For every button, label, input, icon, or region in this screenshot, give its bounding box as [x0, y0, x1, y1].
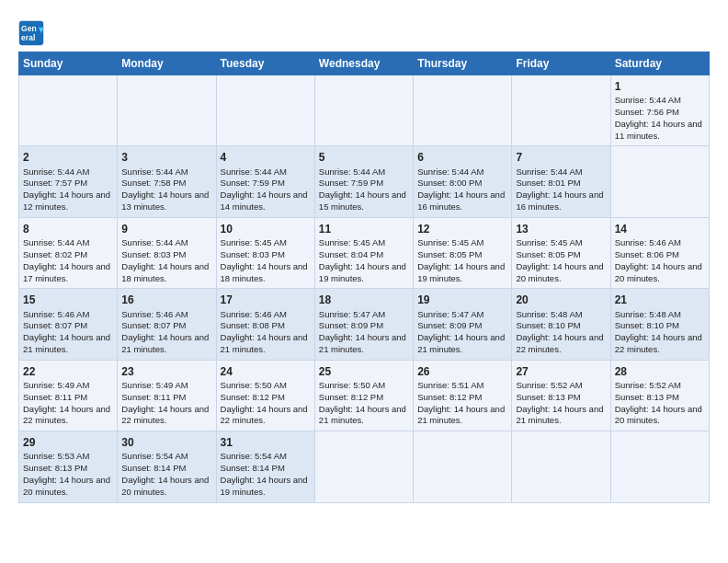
sunrise: Sunrise: 5:53 AM [23, 451, 89, 461]
calendar-cell: 25Sunrise: 5:50 AMSunset: 8:12 PMDayligh… [314, 360, 413, 431]
day-header-monday: Monday [118, 52, 216, 75]
sunrise: Sunrise: 5:44 AM [23, 237, 89, 247]
logo-icon: Gen eral [18, 20, 44, 46]
sunset: Sunset: 8:02 PM [23, 249, 87, 259]
calendar-week: 2Sunrise: 5:44 AMSunset: 7:57 PMDaylight… [19, 146, 710, 217]
calendar-cell: 2Sunrise: 5:44 AMSunset: 7:57 PMDaylight… [19, 146, 118, 217]
calendar-cell: 22Sunrise: 5:49 AMSunset: 8:11 PMDayligh… [19, 360, 118, 431]
daylight: Daylight: 14 hours and 21 minutes. [319, 404, 406, 426]
calendar-table: SundayMondayTuesdayWednesdayThursdayFrid… [18, 52, 710, 503]
daylight: Daylight: 14 hours and 15 minutes. [319, 190, 406, 212]
calendar-cell: 31Sunrise: 5:54 AMSunset: 8:14 PMDayligh… [216, 431, 314, 502]
day-number: 3 [121, 150, 211, 165]
sunset: Sunset: 7:58 PM [121, 178, 186, 188]
daylight: Daylight: 14 hours and 22 minutes. [615, 332, 702, 354]
calendar-cell: 18Sunrise: 5:47 AMSunset: 8:09 PMDayligh… [314, 289, 413, 360]
sunrise: Sunrise: 5:44 AM [23, 167, 89, 177]
daylight: Daylight: 14 hours and 22 minutes. [221, 404, 308, 426]
calendar-cell: 10Sunrise: 5:45 AMSunset: 8:03 PMDayligh… [216, 217, 314, 288]
sunset: Sunset: 8:01 PM [516, 178, 580, 188]
calendar-cell [118, 75, 216, 146]
sunset: Sunset: 8:07 PM [23, 320, 87, 330]
day-header-tuesday: Tuesday [216, 52, 314, 75]
day-header-thursday: Thursday [414, 52, 512, 75]
sunset: Sunset: 8:09 PM [319, 320, 383, 330]
day-number: 12 [417, 222, 507, 236]
daylight: Daylight: 14 hours and 19 minutes. [417, 261, 505, 283]
day-number: 27 [516, 364, 606, 379]
sunset: Sunset: 8:07 PM [121, 320, 186, 330]
calendar-cell: 15Sunrise: 5:46 AMSunset: 8:07 PMDayligh… [19, 289, 118, 360]
daylight: Daylight: 14 hours and 13 minutes. [121, 190, 209, 212]
daylight: Daylight: 14 hours and 22 minutes. [121, 404, 209, 426]
sunrise: Sunrise: 5:46 AM [615, 237, 681, 247]
day-number: 24 [221, 364, 311, 379]
sunset: Sunset: 8:11 PM [23, 392, 87, 402]
daylight: Daylight: 14 hours and 21 minutes. [516, 404, 603, 426]
day-number: 28 [615, 364, 705, 379]
calendar-cell: 16Sunrise: 5:46 AMSunset: 8:07 PMDayligh… [118, 289, 216, 360]
sunrise: Sunrise: 5:44 AM [319, 167, 385, 177]
calendar-cell: 26Sunrise: 5:51 AMSunset: 8:12 PMDayligh… [414, 360, 512, 431]
sunset: Sunset: 8:03 PM [121, 249, 186, 259]
sunrise: Sunrise: 5:44 AM [221, 167, 287, 177]
daylight: Daylight: 14 hours and 20 minutes. [121, 475, 209, 497]
day-number: 20 [516, 293, 606, 307]
calendar-cell: 24Sunrise: 5:50 AMSunset: 8:12 PMDayligh… [216, 360, 314, 431]
page: Gen eral SundayMondayTuesdayWednesdayThu… [0, 0, 728, 563]
sunrise: Sunrise: 5:52 AM [615, 380, 681, 390]
calendar-cell: 23Sunrise: 5:49 AMSunset: 8:11 PMDayligh… [118, 360, 216, 431]
calendar-cell [314, 431, 413, 502]
calendar-cell: 11Sunrise: 5:45 AMSunset: 8:04 PMDayligh… [314, 217, 413, 288]
daylight: Daylight: 14 hours and 11 minutes. [615, 119, 702, 141]
day-number: 4 [221, 150, 311, 165]
sunset: Sunset: 8:13 PM [615, 392, 679, 402]
calendar-cell: 6Sunrise: 5:44 AMSunset: 8:00 PMDaylight… [414, 146, 512, 217]
sunset: Sunset: 8:14 PM [221, 463, 285, 473]
sunset: Sunset: 8:09 PM [417, 320, 482, 330]
sunrise: Sunrise: 5:45 AM [417, 237, 483, 247]
calendar-cell [610, 146, 709, 217]
calendar-cell: 14Sunrise: 5:46 AMSunset: 8:06 PMDayligh… [610, 217, 709, 288]
calendar-cell: 28Sunrise: 5:52 AMSunset: 8:13 PMDayligh… [610, 360, 709, 431]
calendar-cell: 20Sunrise: 5:48 AMSunset: 8:10 PMDayligh… [512, 289, 610, 360]
calendar-cell: 5Sunrise: 5:44 AMSunset: 7:59 PMDaylight… [314, 146, 413, 217]
calendar-cell: 4Sunrise: 5:44 AMSunset: 7:59 PMDaylight… [216, 146, 314, 217]
svg-text:Gen: Gen [21, 24, 37, 33]
sunrise: Sunrise: 5:47 AM [319, 309, 385, 319]
sunset: Sunset: 8:13 PM [516, 392, 580, 402]
sunset: Sunset: 8:00 PM [417, 178, 482, 188]
daylight: Daylight: 14 hours and 21 minutes. [221, 332, 308, 354]
calendar-week: 22Sunrise: 5:49 AMSunset: 8:11 PMDayligh… [19, 360, 710, 431]
calendar-week: 15Sunrise: 5:46 AMSunset: 8:07 PMDayligh… [19, 289, 710, 360]
sunrise: Sunrise: 5:50 AM [319, 380, 385, 390]
daylight: Daylight: 14 hours and 21 minutes. [417, 332, 505, 354]
day-header-wednesday: Wednesday [314, 52, 413, 75]
svg-text:eral: eral [21, 33, 35, 42]
calendar-cell: 29Sunrise: 5:53 AMSunset: 8:13 PMDayligh… [19, 431, 118, 502]
day-number: 2 [23, 150, 113, 165]
sunset: Sunset: 7:57 PM [23, 178, 87, 188]
day-number: 19 [417, 293, 507, 307]
sunset: Sunset: 8:03 PM [221, 249, 285, 259]
day-header-friday: Friday [512, 52, 610, 75]
day-number: 7 [516, 150, 606, 165]
sunset: Sunset: 8:14 PM [121, 463, 186, 473]
sunset: Sunset: 7:59 PM [319, 178, 383, 188]
sunset: Sunset: 8:10 PM [615, 320, 679, 330]
day-number: 21 [615, 293, 705, 307]
header-row: SundayMondayTuesdayWednesdayThursdayFrid… [19, 52, 710, 75]
daylight: Daylight: 14 hours and 20 minutes. [516, 261, 603, 283]
calendar-cell: 19Sunrise: 5:47 AMSunset: 8:09 PMDayligh… [414, 289, 512, 360]
daylight: Daylight: 14 hours and 18 minutes. [121, 261, 209, 283]
day-number: 18 [319, 293, 409, 307]
sunrise: Sunrise: 5:46 AM [121, 309, 188, 319]
sunrise: Sunrise: 5:52 AM [516, 380, 582, 390]
calendar-cell [216, 75, 314, 146]
calendar-cell [414, 75, 512, 146]
day-number: 10 [221, 222, 311, 236]
sunset: Sunset: 7:56 PM [615, 107, 679, 117]
day-number: 16 [121, 293, 211, 307]
daylight: Daylight: 14 hours and 21 minutes. [417, 404, 505, 426]
daylight: Daylight: 14 hours and 21 minutes. [121, 332, 209, 354]
